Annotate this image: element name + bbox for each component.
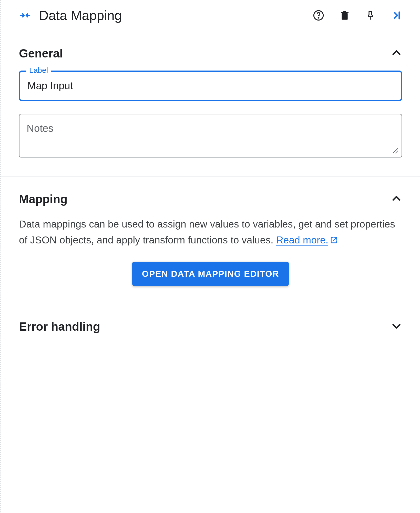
chevron-down-icon <box>391 320 402 333</box>
notes-field-wrapper <box>19 114 402 159</box>
svg-rect-3 <box>341 12 349 13</box>
svg-rect-4 <box>343 11 346 12</box>
svg-line-9 <box>334 237 337 240</box>
panel-header: Data Mapping <box>1 0 420 31</box>
general-section-title: General <box>19 46 63 60</box>
data-mapping-icon <box>19 9 31 22</box>
mapping-description: Data mappings can be used to assign new … <box>19 216 402 249</box>
chevron-up-icon <box>391 193 402 205</box>
mapping-section: Mapping Data mappings can be used to ass… <box>1 177 420 304</box>
properties-panel: Data Mapping <box>0 0 420 513</box>
mapping-section-header[interactable]: Mapping <box>19 190 402 216</box>
error-handling-section: Error handling <box>1 304 420 349</box>
general-section-header[interactable]: General <box>19 44 402 71</box>
notes-textarea[interactable] <box>19 114 402 157</box>
collapse-panel-button[interactable] <box>391 10 402 21</box>
general-section: General Label <box>1 31 420 177</box>
panel-title: Data Mapping <box>39 8 305 23</box>
label-field-wrapper: Label <box>19 71 402 101</box>
error-handling-section-header[interactable]: Error handling <box>19 317 402 336</box>
label-field-label: Label <box>26 66 51 75</box>
mapping-description-text: Data mappings can be used to assign new … <box>19 219 395 245</box>
svg-rect-2 <box>342 13 347 20</box>
mapping-section-title: Mapping <box>19 192 67 206</box>
header-actions <box>313 9 402 22</box>
error-handling-section-title: Error handling <box>19 320 100 333</box>
open-data-mapping-editor-button[interactable]: OPEN DATA MAPPING EDITOR <box>132 262 289 286</box>
delete-button[interactable] <box>340 10 350 21</box>
svg-point-1 <box>318 17 319 18</box>
mapping-button-row: OPEN DATA MAPPING EDITOR <box>19 262 402 286</box>
external-link-icon <box>330 235 338 246</box>
pin-button[interactable] <box>365 9 375 22</box>
chevron-up-icon <box>391 47 402 60</box>
label-input[interactable] <box>19 71 402 101</box>
read-more-link[interactable]: Read more. <box>276 234 329 246</box>
help-button[interactable] <box>313 10 324 21</box>
